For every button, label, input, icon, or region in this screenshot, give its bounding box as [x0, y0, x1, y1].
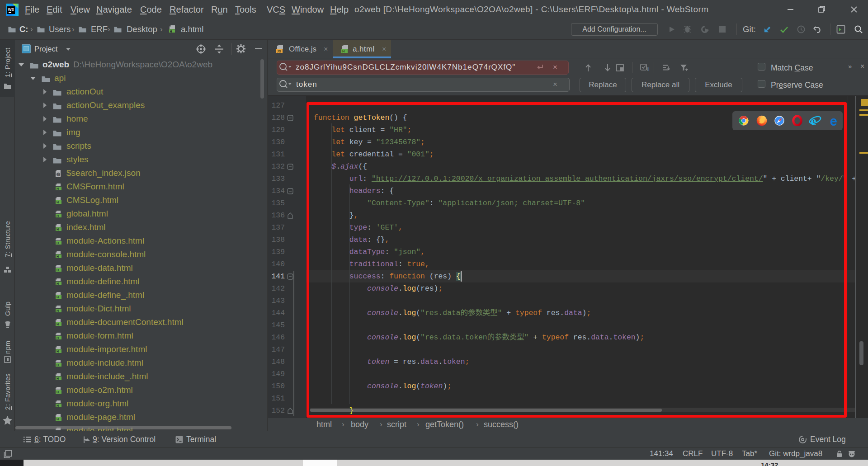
svg-text:H: H [57, 241, 59, 245]
svg-text:H: H [57, 391, 59, 394]
svg-text:H: H [57, 268, 59, 272]
svg-text:H: H [57, 187, 59, 190]
svg-text:H: H [57, 214, 59, 217]
svg-text:H: H [57, 282, 59, 285]
svg-text:JS: JS [277, 49, 281, 53]
svg-text:H: H [57, 350, 59, 353]
svg-text:H: H [57, 228, 59, 231]
svg-text:H: H [57, 309, 59, 312]
svg-text:e: e [830, 114, 837, 127]
svg-text:H: H [57, 323, 59, 326]
svg-text:e: e [811, 114, 816, 127]
svg-text:H: H [57, 201, 59, 204]
svg-text:H: H [57, 296, 59, 299]
svg-text:H: H [57, 363, 59, 367]
svg-text:H: H [57, 377, 59, 380]
svg-text:H: H [57, 418, 59, 421]
svg-text:II: II [647, 67, 650, 72]
svg-text:H: H [57, 404, 59, 407]
svg-text:H: H [170, 30, 172, 33]
svg-text:H: H [57, 336, 59, 339]
svg-text:H: H [57, 255, 59, 258]
svg-text:H: H [342, 49, 344, 53]
svg-text:{}: {} [57, 173, 61, 177]
